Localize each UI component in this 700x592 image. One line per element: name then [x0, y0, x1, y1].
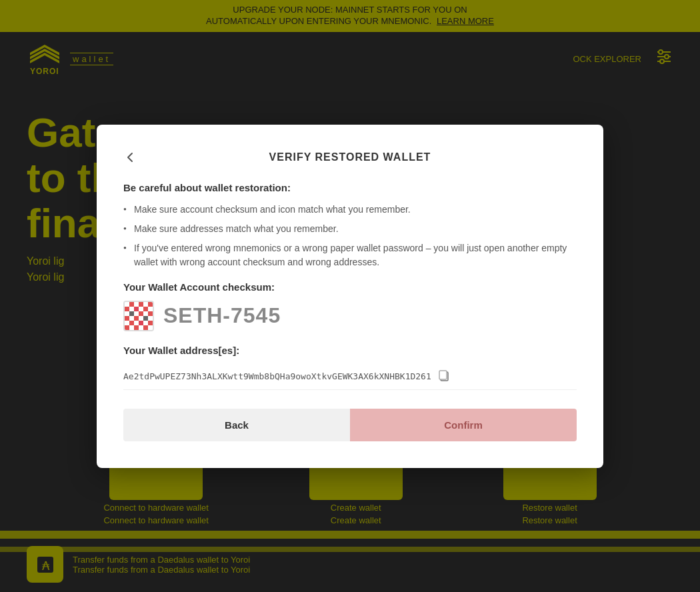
- modal-bullet-1: Make sure account checksum and icon matc…: [123, 203, 577, 217]
- address-label: Your Wallet address[es]:: [123, 345, 577, 356]
- back-arrow-button[interactable]: [123, 151, 137, 164]
- address-row: Ae2tdPwUPEZ73Nh3ALXKwtt9Wmb8bQHa9owoXtkv…: [123, 364, 577, 390]
- modal-footer: Back Confirm: [123, 409, 577, 441]
- address-value: Ae2tdPwUPEZ73Nh3ALXKwtt9Wmb8bQHa9owoXtkv…: [123, 371, 431, 381]
- checkerboard-pattern: [125, 302, 153, 330]
- back-button[interactable]: Back: [123, 409, 350, 441]
- confirm-button[interactable]: Confirm: [350, 409, 577, 441]
- checksum-value: SETH-7545: [163, 303, 281, 328]
- modal-bullet-3: If you've entered wrong mnemonics or a w…: [123, 241, 577, 269]
- checksum-label: Your Wallet Account checksum:: [123, 281, 577, 293]
- copy-icon[interactable]: [438, 369, 450, 384]
- verify-wallet-modal: VERIFY RESTORED WALLET Be careful about …: [97, 125, 603, 468]
- modal-overlay: VERIFY RESTORED WALLET Be careful about …: [0, 0, 700, 592]
- svg-rect-13: [439, 371, 447, 379]
- modal-bullet-2: Make sure addresses match what you remem…: [123, 222, 577, 236]
- modal-warning-heading: Be careful about wallet restoration:: [123, 182, 577, 193]
- modal-title: VERIFY RESTORED WALLET: [269, 151, 431, 163]
- modal-bullets: Make sure account checksum and icon matc…: [123, 203, 577, 269]
- modal-header: VERIFY RESTORED WALLET: [123, 151, 577, 163]
- checksum-row: SETH-7545: [123, 301, 577, 331]
- checksum-icon: [123, 301, 154, 331]
